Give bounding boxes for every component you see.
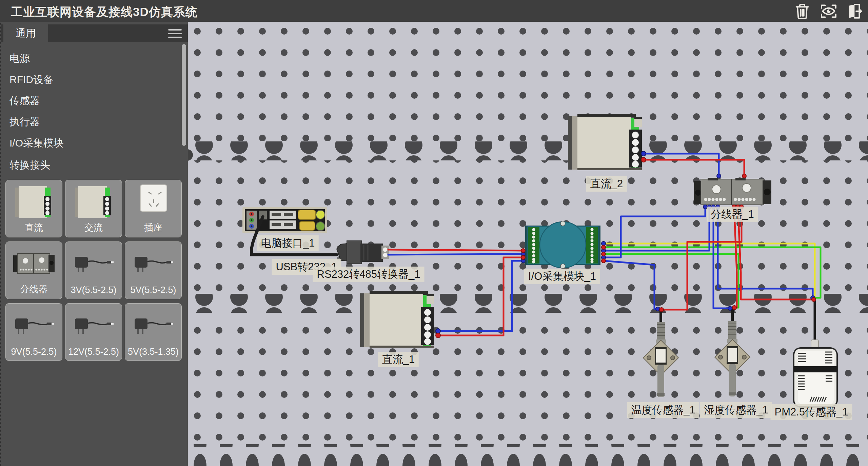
palette-item-label: 3V(5.5-2.5)	[65, 285, 122, 295]
device-label: 直流_1	[378, 352, 419, 367]
wire-red	[388, 250, 523, 251]
sidebar-scrollbar[interactable]	[182, 44, 186, 146]
palette-item-label: 分线器	[6, 283, 62, 295]
trash-icon[interactable]	[793, 2, 812, 21]
app-window: 工业互联网设备及接线3D仿真系统	[0, 0, 868, 466]
sidebar-item-io-module[interactable]: I/O采集模块	[9, 136, 64, 150]
device-label: 湿度传感器_1	[700, 402, 772, 418]
adapter-thumb	[125, 244, 181, 284]
device-label: 分线器_1	[707, 207, 758, 222]
sidebar-item-power[interactable]: 电源	[9, 52, 30, 65]
device-label: 温度传感器_1	[627, 402, 699, 418]
palette-item-3v[interactable]: 3V(5.5-2.5)	[65, 241, 122, 299]
exit-icon[interactable]	[844, 2, 863, 21]
device-splitter-1[interactable]	[694, 178, 771, 205]
top-bar: 工业互联网设备及接线3D仿真系统	[0, 0, 868, 22]
sidebar-item-sensor[interactable]: 传感器	[9, 94, 40, 108]
palette-item-label: 交流	[65, 221, 122, 234]
adapter-thumb	[6, 306, 62, 346]
sidebar: 通用 电源 RFID设备 传感器 执行器 I/O采集模块 转换接头 直流 交流	[0, 22, 188, 466]
sidebar-item-actuator[interactable]: 执行器	[9, 115, 40, 129]
palette-item-5v-135[interactable]: 5V(3.5-1.35)	[125, 303, 182, 361]
tab-general[interactable]: 通用	[3, 24, 48, 42]
palette-item-label: 5V(3.5-1.35)	[125, 347, 181, 357]
device-label: PM2.5传感器_1	[770, 404, 852, 420]
palette-item-ac[interactable]: 交流	[65, 180, 122, 237]
palette-item-label: 插座	[125, 221, 181, 234]
wire-blue	[388, 254, 523, 255]
adapter-thumb	[65, 244, 122, 284]
palette-item-label: 12V(5.5-2.5)	[65, 347, 122, 357]
dc-power-thumb	[6, 182, 62, 222]
adapter-thumb	[125, 306, 181, 346]
device-label: 电脑接口_1	[257, 235, 319, 251]
ac-power-thumb	[65, 182, 122, 222]
sidebar-item-converter[interactable]: 转换接头	[9, 158, 50, 172]
sidebar-item-rfid[interactable]: RFID设备	[9, 73, 54, 87]
sidebar-tabstrip: 通用	[1, 24, 188, 42]
adapter-thumb	[65, 306, 122, 346]
device-dc-power-1[interactable]	[360, 291, 434, 348]
device-io-module-1[interactable]	[525, 221, 600, 269]
palette-item-label: 5V(5.5-2.5)	[125, 285, 181, 295]
palette-item-label: 9V(5.5-2.5)	[6, 347, 62, 357]
menu-icon[interactable]	[168, 29, 182, 38]
palette-item-dc[interactable]: 直流	[5, 180, 62, 237]
view-scan-icon[interactable]	[819, 2, 838, 21]
simulation-canvas[interactable]: 直流_2 分线器_1 电脑接口_1 USB转232_1 RS232转485转换器…	[187, 22, 868, 466]
device-pc-panel-1[interactable]	[242, 207, 327, 233]
device-dc-power-2[interactable]	[568, 114, 642, 170]
palette-item-label: 直流	[6, 221, 62, 234]
device-rs232-485-converter-1[interactable]	[337, 241, 389, 264]
device-label: I/O采集模块_1	[524, 269, 600, 284]
palette-item-5v[interactable]: 5V(5.5-2.5)	[125, 241, 182, 299]
device-label: 直流_2	[586, 176, 627, 192]
palette-item-9v[interactable]: 9V(5.5-2.5)	[5, 303, 62, 361]
splitter-thumb	[6, 244, 62, 284]
palette-item-socket[interactable]: 插座	[125, 180, 182, 237]
app-title: 工业互联网设备及接线3D仿真系统	[11, 4, 198, 20]
palette-item-splitter[interactable]: 分线器	[5, 241, 62, 299]
device-label: RS232转485转换器_1	[313, 267, 425, 282]
socket-thumb	[125, 182, 181, 222]
palette-item-12v[interactable]: 12V(5.5-2.5)	[65, 303, 122, 361]
